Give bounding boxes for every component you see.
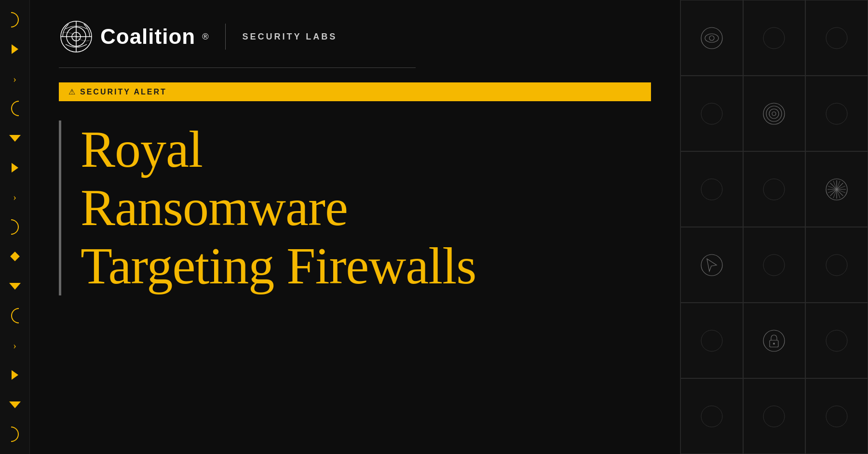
- grid-cell-empty-2: [805, 0, 868, 76]
- grid-cell-empty-5: [680, 151, 743, 227]
- svg-point-32: [763, 330, 785, 351]
- svg-point-29: [763, 254, 785, 276]
- strip-shape-4: [7, 102, 23, 115]
- header: Coalition ® SECURITY LABS: [59, 19, 651, 54]
- svg-point-12: [766, 106, 782, 121]
- title-line-1: Royal: [81, 120, 203, 178]
- main-headline: Royal Ransomware Targeting Firewalls: [81, 120, 476, 295]
- svg-point-10: [701, 103, 722, 124]
- svg-point-27: [701, 254, 722, 276]
- svg-point-16: [701, 179, 722, 200]
- svg-point-30: [826, 254, 847, 276]
- target-icon: [762, 102, 786, 126]
- title-line-2: Ransomware: [81, 179, 348, 236]
- circle-icon-5: [700, 177, 724, 201]
- circle-icon-8: [825, 253, 849, 277]
- title-accent-bar: [59, 120, 61, 295]
- alert-badge: ⚠ SECURITY ALERT: [59, 82, 651, 101]
- grid-cell-empty-11: [680, 378, 743, 454]
- grid-cell-lock: [743, 303, 806, 378]
- alert-label: SECURITY ALERT: [80, 88, 167, 96]
- circle-icon-10: [825, 329, 849, 353]
- svg-point-35: [826, 330, 847, 351]
- brand-name: Coalition: [100, 25, 195, 49]
- registered-mark: ®: [202, 32, 209, 42]
- circle-icon-7: [762, 253, 786, 277]
- burst-star-icon: [825, 177, 849, 201]
- strip-shape-15: [7, 427, 23, 441]
- grid-cell-cursor: [680, 227, 743, 303]
- svg-point-37: [763, 406, 785, 427]
- title-line-3: Targeting Firewalls: [81, 237, 476, 294]
- svg-point-15: [826, 103, 847, 124]
- svg-point-36: [701, 406, 722, 427]
- circle-icon-6: [762, 177, 786, 201]
- circle-icon-3: [700, 102, 724, 126]
- grid-cell-empty-6: [743, 151, 806, 227]
- svg-marker-28: [707, 259, 717, 271]
- circle-icon-13: [825, 404, 849, 428]
- svg-point-6: [705, 34, 719, 42]
- grid-cell-eye: [680, 0, 743, 76]
- left-decorative-strip: › › ›: [0, 0, 30, 454]
- grid-cell-target: [743, 76, 806, 151]
- svg-point-17: [763, 179, 785, 200]
- grid-cell-empty-10: [805, 303, 868, 378]
- right-icon-grid: [680, 0, 868, 454]
- header-divider: [225, 24, 226, 50]
- grid-cell-empty-3: [680, 76, 743, 151]
- svg-point-9: [826, 27, 847, 49]
- grid-cell-empty-9: [680, 303, 743, 378]
- logo-area: Coalition ®: [59, 19, 209, 54]
- circle-icon-4: [825, 102, 849, 126]
- strip-shape-6: [7, 161, 23, 174]
- title-area: Royal Ransomware Targeting Firewalls: [59, 120, 651, 295]
- alert-warning-icon: ⚠: [68, 87, 75, 96]
- strip-shape-14: [7, 398, 23, 412]
- svg-point-8: [763, 27, 785, 49]
- strip-shape-3: ›: [7, 72, 23, 86]
- svg-point-5: [701, 27, 722, 49]
- grid-cell-empty-12: [743, 378, 806, 454]
- strip-shape-2: [7, 42, 23, 56]
- svg-point-34: [773, 343, 775, 345]
- grid-cell-empty-7: [743, 227, 806, 303]
- strip-shape-13: [7, 368, 23, 382]
- svg-point-13: [769, 109, 779, 119]
- svg-point-7: [709, 36, 714, 40]
- svg-point-31: [701, 330, 722, 351]
- header-horizontal-divider: [59, 67, 416, 68]
- svg-point-14: [772, 112, 776, 116]
- strip-shape-12: ›: [7, 339, 23, 352]
- lock-icon: [762, 329, 786, 353]
- grid-cell-empty-1: [743, 0, 806, 76]
- grid-cell-empty-4: [805, 76, 868, 151]
- strip-shape-11: [7, 309, 23, 322]
- strip-shape-9: [7, 250, 23, 263]
- grid-cell-empty-13: [805, 378, 868, 454]
- grid-cell-burst: [805, 151, 868, 227]
- cursor-arrow-icon: [700, 253, 724, 277]
- svg-point-38: [826, 406, 847, 427]
- circle-icon-2: [825, 26, 849, 50]
- strip-shape-10: [7, 280, 23, 293]
- eye-icon: [700, 26, 724, 50]
- circle-icon-12: [762, 404, 786, 428]
- strip-shape-5: [7, 132, 23, 145]
- security-labs-text: SECURITY LABS: [242, 32, 337, 42]
- circle-icon-11: [700, 404, 724, 428]
- coalition-logo-icon: [59, 19, 94, 54]
- grid-cell-empty-8: [805, 227, 868, 303]
- circle-icon-1: [762, 26, 786, 50]
- strip-shape-8: [7, 220, 23, 234]
- strip-shape-7: ›: [7, 190, 23, 204]
- circle-icon-9: [700, 329, 724, 353]
- strip-shape-1: [7, 13, 23, 27]
- main-content-area: Coalition ® SECURITY LABS ⚠ SECURITY ALE…: [30, 0, 680, 454]
